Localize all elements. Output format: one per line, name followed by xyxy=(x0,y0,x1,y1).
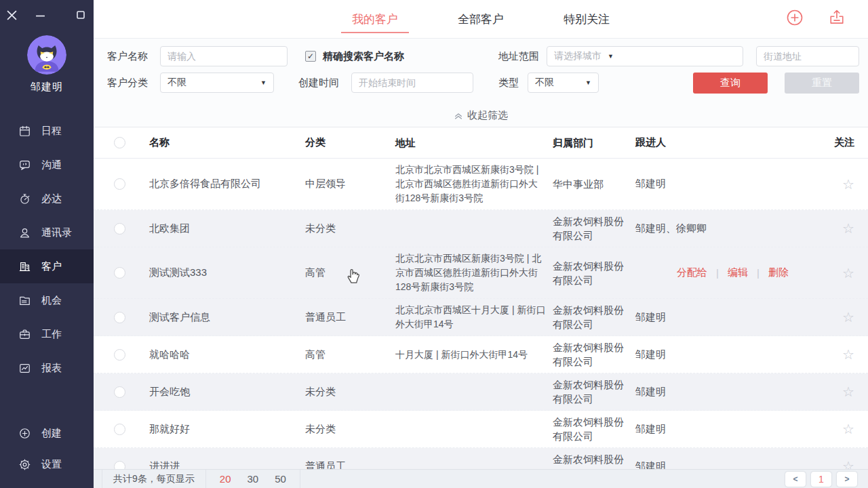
row-action-assign[interactable]: 分配给 xyxy=(677,266,707,279)
page-size-20[interactable]: 20 xyxy=(220,473,231,485)
app-window: 邹建明 日程 沟通 必达 通讯录 客户 机会 工作 报表 创建 设 xyxy=(0,0,868,488)
row-checkbox[interactable] xyxy=(114,349,125,361)
created-time-input[interactable] xyxy=(351,73,473,93)
page-size-50[interactable]: 50 xyxy=(275,473,286,485)
tab-特别关注[interactable]: 特别关注 xyxy=(564,1,610,38)
sidebar-item-通讯录[interactable]: 通讯录 xyxy=(0,216,94,249)
avatar[interactable] xyxy=(27,35,66,75)
address-range-select[interactable]: 请选择城市 ▼ xyxy=(547,46,743,66)
column-header-address: 地址 xyxy=(395,136,553,150)
row-action-edit[interactable]: 编辑 xyxy=(728,266,748,279)
action-separator: | xyxy=(757,267,760,279)
row-checkbox[interactable] xyxy=(114,312,125,323)
sidebar-item-必达[interactable]: 必达 xyxy=(0,182,94,216)
username: 邹建明 xyxy=(0,81,94,94)
table-header: 名称 分类 地址 归属部门 跟进人 关注 xyxy=(94,127,868,159)
star-icon[interactable]: ☆ xyxy=(842,310,854,324)
collapse-filters-label: 收起筛选 xyxy=(467,109,508,122)
row-department: 金新农饲料股份有限公司 xyxy=(553,415,635,443)
sidebar-item-日程[interactable]: 日程 xyxy=(0,114,94,148)
row-name: 北京多倍得食品有限公司 xyxy=(149,178,305,190)
table-row[interactable]: 北京多倍得食品有限公司 中层领导 北京市北京市西城区新康街3号院 | 北京市西城… xyxy=(94,159,868,210)
sidebar-item-沟通[interactable]: 沟通 xyxy=(0,148,94,182)
sidebar-item-机会[interactable]: 机会 xyxy=(0,283,94,317)
chevron-down-icon: ▼ xyxy=(608,53,614,60)
row-follower: 邹建明、徐卿卿 xyxy=(635,222,830,235)
page-size-30[interactable]: 30 xyxy=(247,473,258,485)
current-page-button[interactable]: 1 xyxy=(811,472,831,487)
row-address: 北京市北京市西城区新康街3号院 | 北京市西城区德胜街道新街口外大街128号新康… xyxy=(395,163,553,205)
row-checkbox[interactable] xyxy=(114,223,125,235)
close-window-icon[interactable] xyxy=(7,10,18,20)
sidebar-item-报表[interactable]: 报表 xyxy=(0,351,94,385)
exact-search-checkbox[interactable]: ✓ xyxy=(305,51,316,62)
pagination: < 1 > xyxy=(785,472,868,487)
select-all-checkbox[interactable] xyxy=(114,137,125,148)
row-follower: 邹建明 xyxy=(635,178,830,190)
folder-icon xyxy=(18,294,31,307)
type-select[interactable]: 不限 ▼ xyxy=(528,73,599,93)
gear-icon xyxy=(18,458,31,471)
total-count-label: 共计9条，每页显示 xyxy=(102,470,206,488)
tab-我的客户[interactable]: 我的客户 xyxy=(352,1,398,38)
page-size-options: 203050 xyxy=(206,470,300,488)
sidebar-item-label: 通讯录 xyxy=(41,226,72,239)
row-checkbox[interactable] xyxy=(114,424,125,435)
next-page-button[interactable]: > xyxy=(837,472,857,487)
row-follower: 邹建明 xyxy=(635,348,830,361)
prev-page-button[interactable]: < xyxy=(785,472,806,487)
window-controls xyxy=(0,0,94,23)
row-checkbox[interactable] xyxy=(114,386,125,398)
table-row[interactable]: 测试客户信息 普通员工 北京北京市西城区十月大厦 | 新街口外大街甲14号 金新… xyxy=(94,299,868,336)
sidebar-item-label: 机会 xyxy=(41,294,62,307)
row-actions: 分配给|编辑|删除 xyxy=(635,266,830,279)
chat-icon xyxy=(18,159,31,171)
sidebar-item-客户[interactable]: 客户 xyxy=(0,249,94,283)
column-header-category: 分类 xyxy=(305,136,395,149)
row-address: 北京北京市西城区新康街3号院 | 北京市西城区德胜街道新街口外大街128号新康街… xyxy=(395,251,553,294)
filter-panel: 客户名称 ✓ 精确搜索客户名称 地址范围 请选择城市 ▼ 客户分类 不限 ▼ 创… xyxy=(94,39,868,127)
column-header-follower: 跟进人 xyxy=(635,136,830,149)
row-department: 金新农饲料股份有限公司 xyxy=(553,378,635,406)
collapse-filters-link[interactable]: 收起筛选 xyxy=(94,109,868,122)
sidebar-item-工作[interactable]: 工作 xyxy=(0,317,94,351)
column-header-department: 归属部门 xyxy=(553,136,635,150)
star-icon[interactable]: ☆ xyxy=(842,266,854,280)
add-customer-icon[interactable] xyxy=(785,8,804,30)
maximize-window-icon[interactable] xyxy=(76,10,87,20)
row-checkbox[interactable] xyxy=(114,267,125,279)
minimize-window-icon[interactable] xyxy=(35,10,46,20)
star-icon[interactable]: ☆ xyxy=(842,348,854,361)
tab-全部客户[interactable]: 全部客户 xyxy=(458,1,504,38)
star-icon[interactable]: ☆ xyxy=(842,178,854,191)
export-icon[interactable] xyxy=(827,8,846,30)
sidebar-item-设置[interactable]: 设置 xyxy=(0,449,94,480)
row-checkbox[interactable] xyxy=(114,178,125,190)
sidebar-item-label: 客户 xyxy=(41,260,62,273)
sidebar-menu: 日程 沟通 必达 通讯录 客户 机会 工作 报表 xyxy=(0,114,94,385)
row-action-delete[interactable]: 删除 xyxy=(768,266,789,279)
category-select[interactable]: 不限 ▼ xyxy=(160,73,274,93)
sidebar-item-创建[interactable]: 创建 xyxy=(0,418,94,449)
table-row[interactable]: 就哈哈哈 高管 十月大厦 | 新街口外大街甲14号 金新农饲料股份有限公司 邹建… xyxy=(94,336,868,373)
customer-name-input[interactable] xyxy=(160,46,288,66)
table-row[interactable]: 测试测试333 高管 北京北京市西城区新康街3号院 | 北京市西城区德胜街道新街… xyxy=(94,247,868,299)
calendar-icon xyxy=(18,125,31,138)
row-follower: 邹建明 xyxy=(635,311,830,324)
contacts-icon xyxy=(18,226,31,239)
star-icon[interactable]: ☆ xyxy=(842,422,854,436)
table-row[interactable]: 开会吃饱 未分类 金新农饲料股份有限公司 邹建明 ☆ xyxy=(94,373,868,411)
table-row[interactable]: 北欧集团 未分类 金新农饲料股份有限公司 邹建明、徐卿卿 ☆ xyxy=(94,210,868,247)
sidebar-item-label: 创建 xyxy=(41,427,62,440)
sidebar-item-label: 设置 xyxy=(41,458,62,471)
chart-icon xyxy=(18,362,31,375)
row-category: 普通员工 xyxy=(305,311,395,324)
reset-button[interactable]: 重置 xyxy=(785,73,859,94)
table-footer: 共计9条，每页显示 203050 < 1 > xyxy=(94,469,868,488)
street-address-input[interactable] xyxy=(756,46,859,66)
sidebar: 邹建明 日程 沟通 必达 通讯录 客户 机会 工作 报表 创建 设 xyxy=(0,0,94,488)
table-row[interactable]: 那就好好 未分类 金新农饲料股份有限公司 邹建明 ☆ xyxy=(94,411,868,448)
star-icon[interactable]: ☆ xyxy=(842,222,854,235)
search-button[interactable]: 查询 xyxy=(693,73,768,94)
star-icon[interactable]: ☆ xyxy=(842,385,854,399)
